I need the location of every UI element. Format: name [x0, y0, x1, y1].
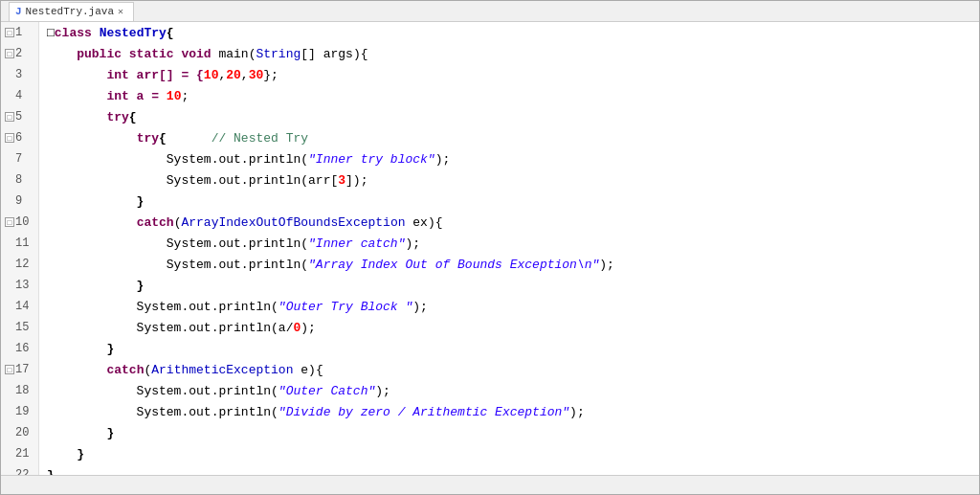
- fold-indicator-1[interactable]: □: [5, 28, 14, 37]
- code-line-15: System.out.println(a/0);: [47, 317, 979, 338]
- line-number-13: 13: [1, 275, 38, 296]
- line-num-label: 21: [15, 447, 29, 461]
- code-line-2: public static void main(String[] args){: [47, 43, 979, 64]
- line-number-10: □10: [1, 212, 38, 233]
- token: [] args){: [301, 47, 368, 61]
- token: try: [137, 131, 159, 146]
- code-line-8: System.out.println(arr[3]);: [47, 169, 979, 191]
- token: ,: [241, 68, 249, 82]
- line-number-8: 8: [1, 169, 38, 191]
- line-number-6: □6: [1, 127, 38, 148]
- token: };: [263, 68, 278, 82]
- code-line-4: int a = 10;: [47, 85, 979, 106]
- tab-icon: J: [15, 6, 22, 17]
- token: );: [301, 321, 316, 335]
- token: int a =: [47, 89, 167, 103]
- tab-label: NestedTry.java: [26, 6, 114, 17]
- token: class: [55, 26, 100, 40]
- token: {: [129, 110, 137, 124]
- line-num-label: 19: [15, 405, 29, 418]
- code-line-16: }: [47, 338, 979, 359]
- token: catch: [106, 363, 144, 377]
- code-area[interactable]: □class NestedTry{ public static void mai…: [39, 22, 979, 475]
- token: ,: [218, 68, 226, 82]
- line-num-label: 4: [15, 89, 22, 102]
- token: 30: [249, 68, 264, 82]
- token: System.out.println(: [47, 405, 278, 419]
- line-num-label: 13: [15, 279, 29, 292]
- token: [47, 215, 137, 230]
- token: }: [47, 279, 144, 293]
- fold-indicator-6[interactable]: □: [5, 133, 14, 143]
- code-line-11: System.out.println("Inner catch");: [47, 233, 979, 254]
- line-num-label: 16: [15, 342, 29, 355]
- token: );: [569, 405, 585, 419]
- editor-tab[interactable]: J NestedTry.java ✕: [9, 2, 134, 21]
- line-num-label: 9: [15, 194, 22, 208]
- code-line-9: }: [47, 191, 979, 212]
- line-number-20: 20: [1, 422, 38, 443]
- line-number-14: 14: [1, 296, 38, 317]
- fold-indicator-5[interactable]: □: [5, 112, 14, 122]
- line-num-label: 5: [15, 110, 22, 124]
- token: "Outer Try Block ": [278, 300, 412, 314]
- token: (: [249, 47, 256, 61]
- code-line-17: catch(ArithmeticException e){: [47, 359, 979, 380]
- token: }: [47, 342, 114, 356]
- code-line-19: System.out.println("Divide by zero / Ari…: [47, 401, 979, 422]
- token: ArrayIndexOutOfBoundsException: [181, 215, 405, 230]
- line-number-11: 11: [1, 233, 38, 254]
- token: NestedTry: [100, 26, 167, 40]
- token: }: [47, 194, 144, 209]
- code-line-1: □class NestedTry{: [47, 22, 979, 43]
- token: System.out.println(a/: [47, 321, 293, 335]
- token: {: [167, 26, 174, 40]
- fold-indicator-10[interactable]: □: [5, 217, 14, 227]
- line-number-17: □17: [1, 359, 38, 380]
- line-num-label: 22: [15, 468, 29, 475]
- line-number-15: 15: [1, 317, 38, 338]
- line-num-label: 6: [15, 131, 22, 145]
- token: "Inner try block": [308, 152, 435, 167]
- tab-close-icon[interactable]: ✕: [118, 6, 123, 17]
- token: int arr[] = {: [47, 68, 204, 82]
- line-num-label: 20: [15, 426, 29, 439]
- line-num-label: 10: [15, 215, 29, 229]
- fold-indicator-17[interactable]: □: [5, 365, 14, 374]
- code-line-13: }: [47, 275, 979, 296]
- token: System.out.println(arr[: [47, 173, 338, 188]
- token: catch: [137, 215, 174, 230]
- token: }: [47, 426, 114, 440]
- token: public static void: [47, 47, 218, 61]
- token: );: [435, 152, 451, 167]
- line-num-label: 3: [15, 68, 22, 81]
- code-line-20: }: [47, 422, 979, 443]
- token: );: [405, 236, 420, 251]
- line-number-22: 22: [1, 464, 38, 475]
- line-num-label: 12: [15, 258, 29, 271]
- line-num-label: 8: [15, 173, 22, 187]
- token: 10: [167, 89, 182, 103]
- code-line-6: try{ // Nested Try: [47, 127, 979, 148]
- token: ex){: [406, 215, 443, 230]
- token: 3: [338, 173, 345, 188]
- main-window: J NestedTry.java ✕ □1□234□5□6789□1011121…: [0, 0, 980, 495]
- token: 10: [204, 68, 219, 82]
- token: }: [47, 447, 84, 461]
- fold-indicator-2[interactable]: □: [5, 49, 14, 58]
- code-line-12: System.out.println("Array Index Out of B…: [47, 254, 979, 275]
- token: 20: [226, 68, 241, 82]
- line-number-19: 19: [1, 401, 38, 422]
- token: [47, 131, 137, 146]
- line-number-4: 4: [1, 85, 38, 106]
- line-number-2: □2: [1, 43, 38, 64]
- line-num-label: 1: [15, 26, 22, 39]
- code-line-14: System.out.println("Outer Try Block ");: [47, 296, 979, 317]
- line-number-18: 18: [1, 380, 38, 401]
- token: ArithmeticException: [151, 363, 293, 377]
- token: "Inner catch": [308, 236, 405, 251]
- title-bar: J NestedTry.java ✕: [1, 1, 979, 22]
- token: main: [218, 47, 248, 61]
- code-line-22: }: [47, 464, 979, 475]
- token: {: [159, 131, 212, 146]
